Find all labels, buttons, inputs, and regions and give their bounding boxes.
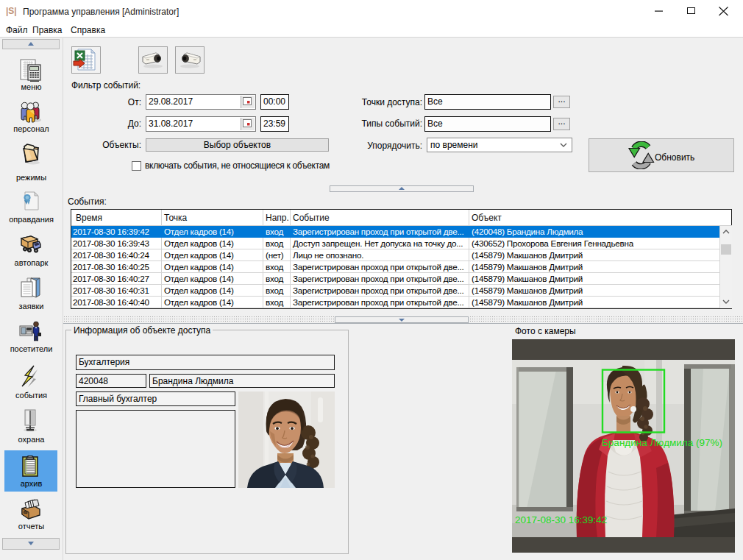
svg-text:2017-08-30 16:39:42: 2017-08-30 16:39:42 bbox=[515, 514, 607, 525]
svg-text:Брандина Людмила (97%): Брандина Людмила (97%) bbox=[602, 437, 722, 448]
